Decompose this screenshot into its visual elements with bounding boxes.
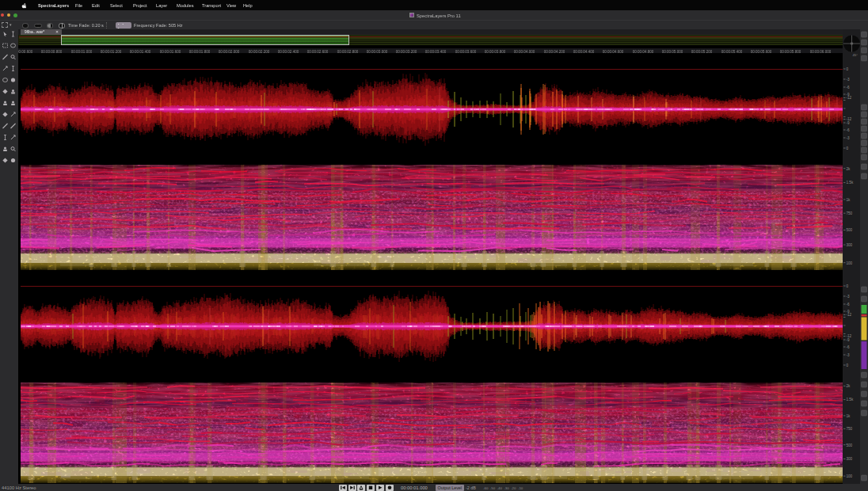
- svg-text:-3: -3: [847, 136, 851, 140]
- svg-text:1.5k: 1.5k: [847, 398, 854, 402]
- svg-text:300: 300: [847, 457, 853, 461]
- svg-text:0: 0: [847, 284, 849, 288]
- svg-text:0: 0: [847, 363, 849, 367]
- svg-text:0: 0: [847, 67, 849, 71]
- svg-text:-3: -3: [847, 295, 851, 299]
- svg-text:-3: -3: [847, 353, 851, 357]
- svg-text:-12: -12: [847, 117, 852, 121]
- svg-text:2k: 2k: [847, 167, 851, 171]
- svg-text:-9: -9: [847, 121, 851, 125]
- svg-text:500: 500: [847, 443, 853, 447]
- svg-text:0: 0: [847, 147, 849, 150]
- svg-text:300: 300: [847, 243, 853, 247]
- svg-text:-12: -12: [847, 334, 852, 338]
- svg-text:1k: 1k: [847, 414, 851, 418]
- svg-text:100: 100: [847, 261, 853, 265]
- svg-text:-9: -9: [847, 338, 851, 342]
- svg-text:-12: -12: [847, 96, 852, 100]
- svg-text:1.5k: 1.5k: [847, 181, 854, 185]
- svg-text:-6: -6: [847, 86, 851, 89]
- svg-text:45°: 45°: [853, 53, 858, 57]
- svg-text:500: 500: [847, 228, 853, 232]
- svg-text:-6: -6: [847, 345, 851, 349]
- svg-text:100: 100: [847, 474, 853, 478]
- svg-text:-12: -12: [847, 313, 852, 317]
- svg-text:-3: -3: [847, 78, 851, 82]
- svg-text:-6: -6: [847, 128, 851, 132]
- svg-text:750: 750: [847, 211, 853, 215]
- svg-text:1k: 1k: [847, 198, 851, 202]
- svg-text:750: 750: [847, 427, 853, 431]
- svg-text:2k: 2k: [847, 384, 851, 388]
- svg-text:-6: -6: [847, 303, 851, 306]
